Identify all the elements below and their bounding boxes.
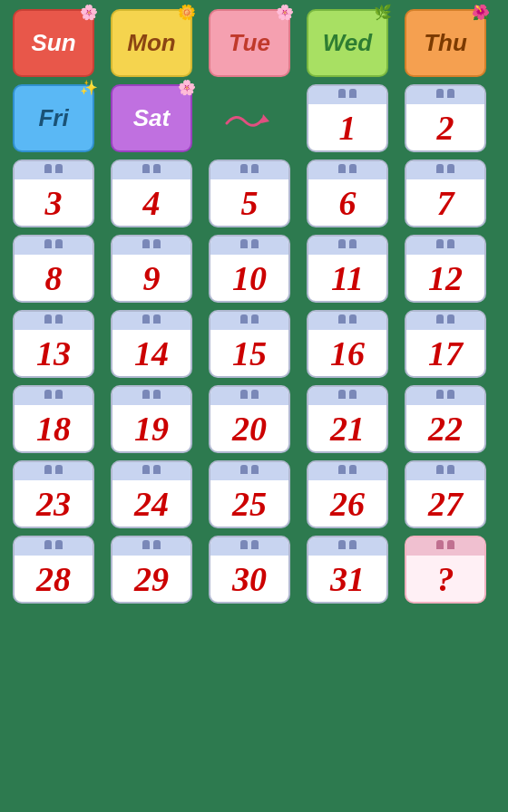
cal-22[interactable]: 22 <box>405 385 486 453</box>
flower-decoration: 🌸 <box>276 4 294 21</box>
day-label-sun: Sun <box>31 29 75 57</box>
day-sat[interactable]: 🌸 Sat <box>111 84 192 152</box>
cal-31[interactable]: 31 <box>307 536 388 604</box>
flower-decoration: 🌼 <box>178 4 196 21</box>
cal-6[interactable]: 6 <box>307 160 388 227</box>
cal-11[interactable]: 11 <box>307 235 388 303</box>
cal-26[interactable]: 26 <box>307 460 388 528</box>
arrow-sticker <box>209 84 290 152</box>
day-mon[interactable]: 🌼 Mon <box>111 9 192 77</box>
sticker-grid: 🌸 Sun 🌼 Mon 🌸 Tue 🌿 Wed 🌺 Thu ✨ Fri 🌸 Sa… <box>13 9 495 604</box>
cal-12[interactable]: 12 <box>405 235 486 303</box>
flower-decoration: 🌿 <box>374 4 392 21</box>
day-wed[interactable]: 🌿 Wed <box>307 9 388 77</box>
day-label-tue: Tue <box>229 29 270 57</box>
day-thu[interactable]: 🌺 Thu <box>405 9 486 77</box>
cal-23[interactable]: 23 <box>13 460 94 528</box>
cal-14[interactable]: 14 <box>111 310 192 378</box>
cal-body: 2 <box>406 104 484 150</box>
cal-30[interactable]: 30 <box>209 536 290 604</box>
cal-question[interactable]: ? <box>405 536 486 604</box>
cal-20[interactable]: 20 <box>209 385 290 453</box>
flower-decoration: 🌺 <box>472 4 490 21</box>
cal-number: 2 <box>437 108 454 148</box>
cal-5[interactable]: 5 <box>209 160 290 227</box>
cal-body: 1 <box>308 104 386 150</box>
flower-decoration: ✨ <box>80 79 98 96</box>
day-label-fri: Fri <box>38 104 68 132</box>
cal-29[interactable]: 29 <box>111 536 192 604</box>
day-sun[interactable]: 🌸 Sun <box>13 9 94 77</box>
cal-24[interactable]: 24 <box>111 460 192 528</box>
day-label-wed: Wed <box>323 29 372 57</box>
cal-3[interactable]: 3 <box>13 160 94 227</box>
cal-15[interactable]: 15 <box>209 310 290 378</box>
cal-13[interactable]: 13 <box>13 310 94 378</box>
cal-28[interactable]: 28 <box>13 536 94 604</box>
flower-decoration: 🌸 <box>178 79 196 96</box>
cal-18[interactable]: 18 <box>13 385 94 453</box>
cal-top <box>406 86 484 104</box>
day-label-sat: Sat <box>133 104 170 132</box>
cal-10[interactable]: 10 <box>209 235 290 303</box>
day-label-mon: Mon <box>127 29 175 57</box>
flower-decoration: 🌸 <box>80 4 98 21</box>
cal-7[interactable]: 7 <box>405 160 486 227</box>
day-label-thu: Thu <box>424 29 467 57</box>
day-fri[interactable]: ✨ Fri <box>13 84 94 152</box>
cal-27[interactable]: 27 <box>405 460 486 528</box>
cal-25[interactable]: 25 <box>209 460 290 528</box>
cal-4[interactable]: 4 <box>111 160 192 227</box>
cal-21[interactable]: 21 <box>307 385 388 453</box>
svg-marker-0 <box>261 114 269 123</box>
cal-number: 1 <box>339 108 357 148</box>
day-tue[interactable]: 🌸 Tue <box>209 9 290 77</box>
cal-top <box>308 86 386 104</box>
cal-9[interactable]: 9 <box>111 235 192 303</box>
cal-17[interactable]: 17 <box>405 310 486 378</box>
cal-16[interactable]: 16 <box>307 310 388 378</box>
cal-8[interactable]: 8 <box>13 235 94 303</box>
cal-2[interactable]: 2 <box>405 84 486 152</box>
cal-19[interactable]: 19 <box>111 385 192 453</box>
cal-1[interactable]: 1 <box>307 84 388 152</box>
